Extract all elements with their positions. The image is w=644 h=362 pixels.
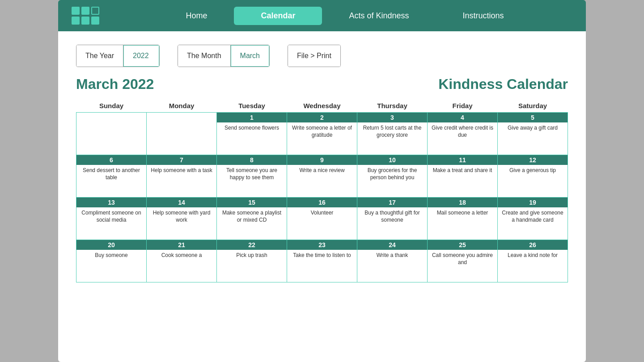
day-of-week-tuesday: Tuesday: [217, 99, 287, 113]
day-cell-24: 24Write a thank: [357, 240, 428, 282]
week-row-2: 6Send dessert to another table7Help some…: [76, 155, 568, 198]
nav-items: Home Calendar Acts of Kindness Instructi…: [117, 7, 572, 25]
calendar-body: 1Send someone flowers2Write someone a le…: [76, 113, 568, 282]
navbar: Home Calendar Acts of Kindness Instructi…: [58, 0, 586, 31]
week-row-3: 13Compliment someone on social media14He…: [76, 198, 568, 240]
print-label[interactable]: File > Print: [288, 45, 340, 67]
nav-instructions[interactable]: Instructions: [436, 7, 531, 25]
day-text-19: Create and give someone a handmade card: [498, 207, 568, 226]
day-text-21: Cook someone a: [147, 250, 216, 261]
day-cell-26: 26Leave a kind note for: [498, 240, 568, 282]
day-text-8: Tell someone you are happy to see them: [217, 165, 287, 183]
day-number-21: 21: [147, 240, 216, 250]
day-cell-14: 14Help someone with yard work: [147, 198, 217, 240]
controls-row: The Year 2022 The Month March File > Pri…: [76, 45, 568, 67]
day-text-18: Mail someone a letter: [428, 207, 497, 219]
day-number-9: 9: [287, 155, 357, 165]
day-number-22: 22: [217, 240, 287, 250]
day-text-6: Send dessert to another table: [76, 165, 146, 183]
day-number-10: 10: [357, 155, 427, 165]
calendar-month-title: March 2022: [76, 76, 154, 93]
week-row-4: 20Buy someone21Cook someone a22Pick up t…: [76, 240, 568, 282]
print-control[interactable]: File > Print: [288, 45, 341, 67]
day-text-13: Compliment someone on social media: [76, 207, 146, 226]
day-number-8: 8: [217, 155, 287, 165]
day-number-6: 6: [76, 155, 146, 165]
day-number-14: 14: [147, 198, 216, 207]
day-number-15: 15: [217, 198, 287, 207]
calendar-header: March 2022 Kindness Calendar: [76, 76, 568, 93]
day-text-7: Help someone with a task: [147, 165, 216, 177]
day-cell-15: 15Make someone a playlist or mixed CD: [217, 198, 287, 240]
day-text-12: Give a generous tip: [498, 165, 568, 177]
month-control: The Month March: [178, 45, 270, 67]
day-cell-13: 13Compliment someone on social media: [76, 198, 147, 240]
day-cell-7: 7Help someone with a task: [147, 155, 217, 198]
day-number-2: 2: [287, 113, 357, 122]
day-cell-21: 21Cook someone a: [147, 240, 217, 282]
day-text-14: Help someone with yard work: [147, 207, 216, 226]
day-number-3: 3: [357, 113, 427, 122]
day-cell-12: 12Give a generous tip: [498, 155, 568, 198]
nav-acts[interactable]: Acts of Kindness: [322, 7, 436, 25]
logo: [72, 7, 99, 25]
day-text-10: Buy groceries for the person behind you: [357, 165, 427, 183]
day-number-25: 25: [428, 240, 497, 250]
day-text-1: Send someone flowers: [217, 122, 287, 134]
day-text-11: Make a treat and share it: [428, 165, 497, 177]
day-number-4: 4: [428, 113, 497, 122]
day-number-11: 11: [428, 155, 497, 165]
days-of-week-row: SundayMondayTuesdayWednesdayThursdayFrid…: [76, 99, 568, 113]
day-of-week-saturday: Saturday: [498, 99, 568, 113]
day-number-24: 24: [357, 240, 427, 250]
day-text-26: Leave a kind note for: [498, 250, 568, 261]
day-cell-17: 17Buy a thoughtful gift for someone: [357, 198, 428, 240]
year-value[interactable]: 2022: [123, 45, 159, 67]
day-cell-19: 19Create and give someone a handmade car…: [498, 198, 568, 240]
nav-home[interactable]: Home: [159, 7, 234, 25]
day-number-1: 1: [217, 113, 287, 122]
day-text-23: Take the time to listen to: [287, 250, 357, 261]
day-of-week-wednesday: Wednesday: [287, 99, 357, 113]
day-number-5: 5: [498, 113, 568, 122]
week-row-1: 1Send someone flowers2Write someone a le…: [76, 113, 568, 155]
month-value[interactable]: March: [231, 45, 269, 67]
day-cell-empty-1: [147, 113, 217, 155]
main-content: The Year 2022 The Month March File > Pri…: [58, 31, 586, 362]
day-of-week-friday: Friday: [428, 99, 498, 113]
day-text-15: Make someone a playlist or mixed CD: [217, 207, 287, 226]
day-cell-4: 4Give credit where credit is due: [428, 113, 498, 155]
year-label: The Year: [76, 45, 123, 67]
day-cell-1: 1Send someone flowers: [217, 113, 287, 155]
day-text-20: Buy someone: [76, 250, 146, 261]
day-number-12: 12: [498, 155, 568, 165]
day-cell-8: 8Tell someone you are happy to see them: [217, 155, 287, 198]
day-cell-6: 6Send dessert to another table: [76, 155, 147, 198]
day-text-17: Buy a thoughtful gift for someone: [357, 207, 427, 226]
day-cell-23: 23Take the time to listen to: [287, 240, 357, 282]
day-cell-20: 20Buy someone: [76, 240, 147, 282]
day-text-2: Write someone a letter of gratitude: [287, 122, 357, 141]
calendar-table: SundayMondayTuesdayWednesdayThursdayFrid…: [76, 99, 568, 282]
day-number-7: 7: [147, 155, 216, 165]
day-cell-9: 9Write a nice review: [287, 155, 357, 198]
nav-calendar[interactable]: Calendar: [234, 7, 322, 25]
calendar-kindness-title: Kindness Calendar: [438, 76, 568, 93]
day-cell-16: 16Volunteer: [287, 198, 357, 240]
day-cell-5: 5Give away a gift card: [498, 113, 568, 155]
day-text-25: Call someone you admire and: [428, 250, 497, 268]
day-number-13: 13: [76, 198, 146, 207]
year-control: The Year 2022: [76, 45, 160, 67]
day-number-26: 26: [498, 240, 568, 250]
day-cell-10: 10Buy groceries for the person behind yo…: [357, 155, 428, 198]
day-text-4: Give credit where credit is due: [428, 122, 497, 141]
day-cell-2: 2Write someone a letter of gratitude: [287, 113, 357, 155]
day-text-22: Pick up trash: [217, 250, 287, 261]
day-cell-25: 25Call someone you admire and: [428, 240, 498, 282]
day-of-week-sunday: Sunday: [76, 99, 147, 113]
day-of-week-monday: Monday: [147, 99, 217, 113]
day-cell-11: 11Make a treat and share it: [428, 155, 498, 198]
day-cell-22: 22Pick up trash: [217, 240, 287, 282]
day-cell-empty-0: [76, 113, 147, 155]
day-number-19: 19: [498, 198, 568, 207]
